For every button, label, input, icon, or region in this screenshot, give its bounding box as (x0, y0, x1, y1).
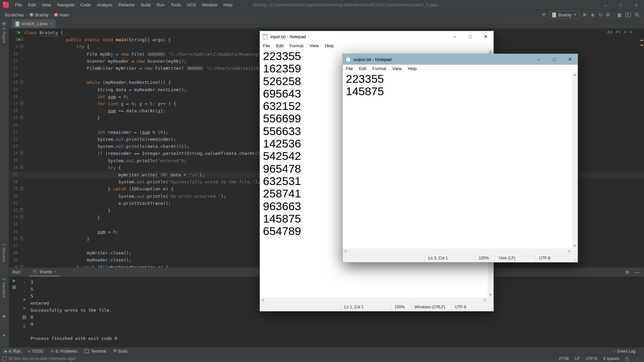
lock-icon[interactable] (625, 357, 629, 361)
error-stripe-mark[interactable] (640, 40, 643, 41)
fold-marker-icon[interactable]: − (20, 152, 23, 155)
close-tab-icon[interactable]: × (50, 21, 52, 26)
close-window-icon[interactable]: × (629, 0, 644, 10)
console-toolbar-icon[interactable]: ≡ (23, 305, 26, 311)
gear-icon[interactable]: ⚙ (625, 269, 629, 275)
menu-vcs[interactable]: VCS (184, 0, 199, 10)
fold-marker-icon[interactable]: ^ (20, 237, 23, 240)
debug-bug-icon[interactable] (590, 12, 595, 17)
tab-scratch-2-java[interactable]: scratch_2.java × (12, 19, 56, 28)
inspections-widget[interactable]: ⚠1 ✔1 ∧ ∨ (607, 30, 632, 34)
menu-window[interactable]: Window (199, 0, 220, 10)
caret-position-widget[interactable]: 27:58 (559, 356, 569, 361)
fold-marker-icon[interactable]: − (20, 38, 23, 41)
toolwindow-button-build[interactable]: ⚒Build (111, 348, 130, 354)
console-toolbar-icon[interactable]: ▯ (23, 323, 25, 328)
sidebar-item-project[interactable]: 1: Project (2, 27, 6, 43)
notepad-input-close-icon[interactable]: ✕ (478, 31, 493, 42)
notepad-output-maximize-icon[interactable]: □ (547, 54, 562, 65)
fold-marker-icon[interactable]: ^ (20, 116, 23, 119)
menu-tools[interactable]: Tools (168, 0, 184, 10)
fold-marker-icon[interactable]: − (20, 166, 23, 169)
notepad-input-menu-view[interactable]: View (307, 43, 322, 48)
breadcrumb-item-scratches[interactable]: Scratches (5, 12, 24, 17)
hide-panel-icon[interactable]: — (635, 269, 639, 275)
fold-marker-icon[interactable]: ^ (20, 187, 23, 190)
notepad-output-menu-help[interactable]: Help (405, 66, 420, 71)
fold-marker-icon[interactable]: ^ (20, 208, 23, 212)
maximize-window-icon[interactable]: □ (613, 0, 629, 10)
menu-view[interactable]: View (39, 0, 54, 10)
project-structure-icon[interactable]: ▦ (618, 13, 622, 17)
scroll-down-icon[interactable]: ∨ (572, 243, 578, 248)
toolwindow-button-4-run[interactable]: ▶4: Run (2, 348, 23, 354)
fold-marker-icon[interactable]: − (20, 45, 23, 48)
project-tool-icon[interactable]: ▤ (2, 21, 6, 26)
rerun-button[interactable] (13, 279, 16, 283)
sidebar-item-structure[interactable]: 7: Structure (2, 243, 6, 262)
sidebar-item-favorites[interactable]: 2: Favorites (2, 278, 6, 297)
notepad-input-menu-edit[interactable]: Edit (273, 43, 286, 48)
event-log-button[interactable]: ◔ Event Log (613, 349, 635, 354)
stop-process-button[interactable] (12, 286, 16, 289)
indent-widget[interactable]: 4 spaces (603, 356, 619, 361)
scroll-right-icon[interactable]: > (566, 248, 572, 254)
pin-icon[interactable]: ✚ (2, 314, 5, 319)
scroll-down-icon[interactable]: ∨ (488, 292, 493, 297)
favorites-star-icon[interactable]: ★ (2, 333, 6, 338)
vertical-scrollbar[interactable]: ∧ ∨ (572, 72, 578, 248)
menu-run[interactable]: Run (154, 0, 168, 10)
scroll-left-icon[interactable]: < (343, 248, 348, 254)
menu-analyze[interactable]: Analyze (94, 0, 115, 10)
encoding-widget[interactable]: UTF-8 (586, 356, 597, 361)
menu-edit[interactable]: Edit (25, 0, 39, 10)
close-icon[interactable]: × (54, 269, 56, 274)
notepad-input-minimize-icon[interactable]: – (447, 31, 463, 42)
notepad-input-title-bar[interactable]: input.txt - Notepad –□✕ (260, 31, 493, 42)
scroll-right-icon[interactable]: > (482, 297, 488, 303)
notepad-output-menu-view[interactable]: View (389, 66, 405, 71)
notepad-input-maximize-icon[interactable]: □ (463, 31, 478, 42)
breadcrumb-item-main[interactable]: mmain (54, 12, 69, 17)
fold-marker-icon[interactable]: ^ (20, 216, 23, 219)
run-button[interactable] (583, 13, 587, 17)
run-configuration-selector[interactable]: Brainly ▼ (549, 11, 580, 19)
toolwindow-button-terminal[interactable]: ›_Terminal (82, 348, 108, 354)
notepad-output-menu-format[interactable]: Format (369, 66, 389, 71)
next-problem-chevron-icon[interactable]: ∨ (629, 30, 632, 34)
error-stripe-mark[interactable] (640, 45, 643, 46)
notepad-output-menu-file[interactable]: File (343, 66, 356, 71)
notepad-output-close-icon[interactable]: ✕ (562, 54, 578, 65)
horizontal-scrollbar[interactable]: < > (343, 248, 572, 254)
horizontal-scrollbar[interactable]: < > (260, 297, 488, 303)
stop-button[interactable] (606, 13, 610, 16)
run-tab-brainly[interactable]: Brainly × (30, 268, 60, 277)
menu-help[interactable]: Help (220, 0, 235, 10)
notepad-output-menu-edit[interactable]: Edit (356, 66, 369, 71)
prev-problem-chevron-icon[interactable]: ∧ (624, 30, 626, 34)
line-separator-widget[interactable]: LF (575, 356, 580, 361)
console-toolbar-icon[interactable]: ▤ (22, 314, 26, 320)
notepad-input-menu-format[interactable]: Format (286, 43, 306, 48)
console-toolbar-icon[interactable]: ↓ (23, 288, 25, 294)
console-toolbar-icon[interactable]: ↑ (23, 279, 25, 285)
run-anything-icon[interactable]: ▶ (625, 13, 631, 17)
menu-code[interactable]: Code (77, 0, 94, 10)
menu-refactor[interactable]: Refactor (115, 0, 138, 10)
minimize-window-icon[interactable]: – (598, 0, 613, 10)
notepad-input-menu-help[interactable]: Help (322, 43, 337, 48)
search-icon[interactable] (635, 12, 639, 17)
scroll-up-icon[interactable]: ∧ (572, 72, 578, 78)
menu-navigate[interactable]: Navigate (54, 0, 77, 10)
breadcrumb-item-brainly[interactable]: CBrainly (30, 12, 49, 17)
notepad-output-minimize-icon[interactable]: – (531, 54, 547, 65)
notepad-output-text-area[interactable]: 223355145875 ∧ ∨ < > (343, 72, 578, 254)
run-line-icon[interactable] (18, 31, 21, 34)
scroll-left-icon[interactable]: < (260, 297, 266, 303)
fold-marker-icon[interactable]: − (20, 80, 23, 83)
toolwindow-button-todo[interactable]: ≡TODO (25, 348, 46, 354)
fold-marker-icon[interactable]: − (20, 102, 23, 105)
build-hammer-icon[interactable]: ⚒ (541, 12, 546, 17)
notepad-input-menu-file[interactable]: File (260, 43, 273, 48)
toolwindow-button-6-problems[interactable]: ⊙6: Problems (48, 348, 79, 354)
